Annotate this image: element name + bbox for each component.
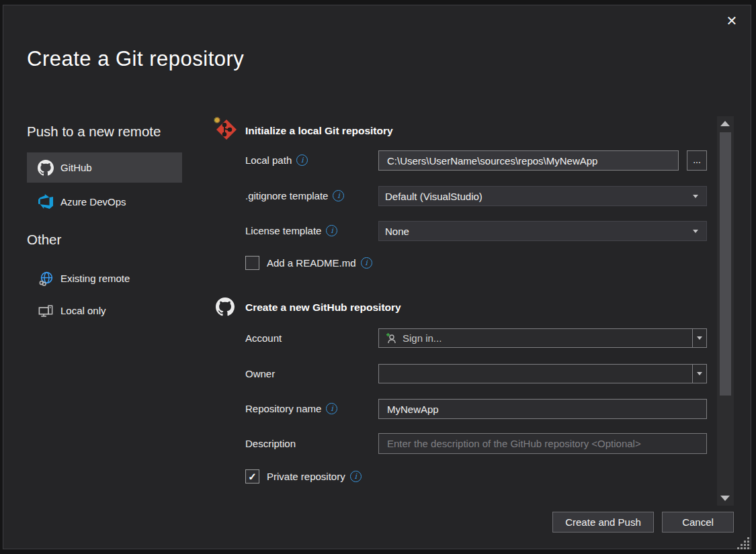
git-init-icon: ✹	[214, 117, 241, 144]
local-path-input[interactable]	[378, 150, 679, 171]
github-icon	[37, 160, 54, 176]
push-remote-heading: Push to a new remote	[27, 124, 161, 140]
sidebar-item-existing-remote[interactable]: Existing remote	[27, 267, 182, 289]
owner-label: Owner	[245, 368, 275, 379]
repo-name-label: Repository name i	[245, 403, 337, 414]
info-icon[interactable]: i	[361, 257, 372, 269]
chevron-down-icon	[697, 336, 702, 340]
info-icon[interactable]: i	[333, 190, 344, 201]
chevron-down-icon	[693, 195, 698, 198]
scrollbar-up-icon[interactable]	[720, 121, 730, 126]
readme-checkbox[interactable]: ✓	[245, 256, 259, 270]
info-icon[interactable]: i	[350, 471, 362, 482]
license-label: License template i	[245, 225, 337, 236]
github-section-icon	[216, 297, 235, 319]
info-icon[interactable]: i	[296, 154, 308, 166]
gitignore-label: .gitignore template i	[245, 190, 344, 201]
scrollbar-down-icon[interactable]	[720, 496, 730, 501]
info-icon[interactable]: i	[326, 225, 337, 236]
description-label: Description	[245, 438, 296, 449]
azure-devops-icon	[37, 194, 54, 209]
dialog-title: Create a Git repository	[27, 47, 244, 71]
sidebar-item-label: Azure DevOps	[60, 196, 126, 207]
sidebar-item-label: GitHub	[60, 162, 92, 173]
sidebar-item-label: Existing remote	[60, 273, 130, 284]
readme-label: Add a README.md i	[267, 257, 372, 269]
browse-button[interactable]: ...	[687, 150, 707, 171]
globe-remote-icon	[37, 270, 54, 287]
private-repository-checkbox[interactable]: ✓	[245, 469, 259, 483]
chevron-down-icon	[697, 372, 702, 375]
add-account-icon	[386, 332, 397, 344]
owner-dropdown[interactable]	[378, 364, 707, 383]
account-dropdown[interactable]: Sign in...	[378, 328, 707, 348]
sidebar-item-azure-devops[interactable]: Azure DevOps	[27, 189, 182, 214]
sidebar-item-local-only[interactable]: Local only	[27, 299, 182, 321]
local-path-label: Local path i	[245, 154, 308, 166]
repository-name-input[interactable]	[378, 399, 707, 419]
info-icon[interactable]: i	[326, 403, 337, 414]
init-local-heading: Initialize a local Git repository	[245, 125, 393, 137]
cancel-button[interactable]: Cancel	[662, 512, 734, 533]
license-dropdown[interactable]: None	[378, 221, 707, 241]
create-and-push-button[interactable]: Create and Push	[552, 512, 654, 533]
sidebar-item-label: Local only	[60, 305, 106, 316]
chevron-down-icon	[693, 230, 698, 233]
resize-grip[interactable]	[738, 537, 751, 549]
sparkle-icon: ✹	[213, 115, 221, 126]
sidebar-item-github[interactable]: GitHub	[27, 152, 182, 183]
owner-dropdown-button[interactable]	[692, 365, 706, 383]
description-input[interactable]	[378, 433, 707, 454]
private-repository-label: Private repository i	[267, 471, 362, 482]
other-heading: Other	[27, 232, 61, 248]
close-icon: ✕	[726, 13, 738, 29]
account-dropdown-button[interactable]	[692, 329, 706, 347]
monitor-icon	[37, 302, 54, 319]
github-section-heading: Create a new GitHub repository	[245, 302, 401, 314]
scrollbar-thumb[interactable]	[720, 132, 731, 396]
close-button[interactable]: ✕	[720, 9, 743, 32]
gitignore-dropdown[interactable]: Default (VisualStudio)	[378, 186, 707, 206]
account-label: Account	[245, 332, 282, 344]
checkmark-icon: ✓	[248, 471, 257, 483]
